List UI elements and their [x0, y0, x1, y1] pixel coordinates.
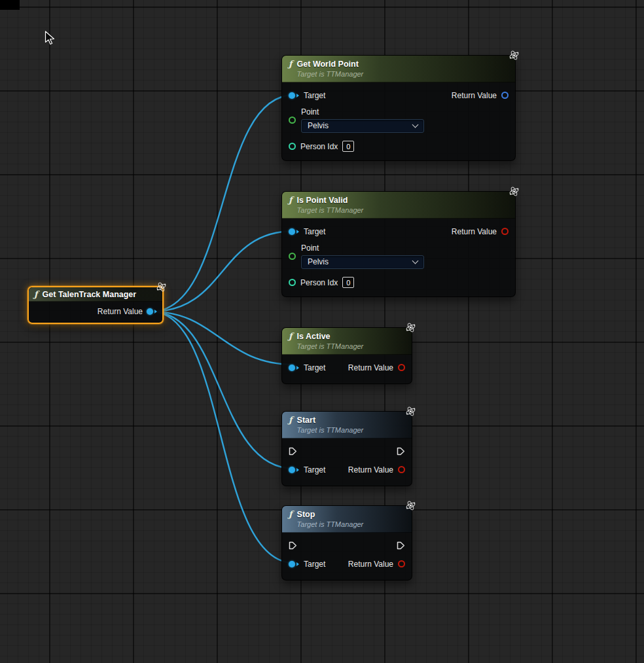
- pin-return-value[interactable]: [398, 560, 405, 567]
- pin-label-target: Target: [304, 363, 325, 372]
- exec-pin-icon: [397, 541, 405, 550]
- atom-icon: [509, 186, 520, 197]
- node-subtitle: Target is TTManager: [297, 520, 364, 529]
- pin-return-value[interactable]: [501, 92, 509, 99]
- pin-person-idx[interactable]: [289, 279, 296, 286]
- object-pin-icon: [289, 92, 295, 99]
- atom-icon: [405, 406, 416, 417]
- object-pin-icon: [289, 561, 295, 567]
- node-body: Target Return Value Point Pelvis Person …: [282, 219, 515, 296]
- pin-label-return-value: Return Value: [348, 363, 393, 372]
- object-pin-icon: [147, 308, 153, 315]
- pin-label-person-idx: Person Idx: [300, 278, 338, 287]
- pin-label-return-value: Return Value: [98, 307, 143, 316]
- node-start[interactable]: ƒ Start Target is TTManager Target Retur…: [281, 411, 412, 486]
- node-body: Target Return Value Point Pelvis Person …: [282, 82, 515, 160]
- chevron-down-icon: [412, 257, 419, 264]
- node-get-world-point[interactable]: ƒ Get World Point Target is TTManager Ta…: [281, 55, 516, 161]
- pin-return-value[interactable]: [398, 466, 405, 473]
- pin-return-value[interactable]: [501, 228, 509, 235]
- node-body: Target Return Value: [282, 355, 412, 384]
- blueprint-editor: { "icons": { "function": "ƒ" }, "colors"…: [0, 0, 644, 663]
- pin-label-target: Target: [304, 465, 325, 475]
- node-title: Get TalenTrack Manager: [43, 290, 137, 299]
- node-header[interactable]: ƒ Get World Point Target is TTManager: [282, 56, 515, 82]
- pin-arrow-icon: [296, 230, 299, 234]
- point-enum-dropdown[interactable]: Pelvis: [301, 119, 424, 133]
- node-header[interactable]: ƒ Start Target is TTManager: [282, 412, 412, 439]
- wire-to-is-point-valid[interactable]: [151, 231, 294, 312]
- wire-to-stop[interactable]: [151, 312, 294, 563]
- pin-arrow-icon: [154, 310, 157, 314]
- node-title: Start: [297, 415, 364, 425]
- atom-icon: [405, 500, 416, 511]
- pin-label-point: Point: [301, 107, 424, 116]
- exec-pin-icon: [397, 447, 405, 456]
- function-icon: ƒ: [34, 289, 38, 299]
- pin-target[interactable]: [289, 467, 299, 473]
- node-get-talentrack-manager[interactable]: ƒ Get TalenTrack Manager Return Value: [27, 286, 164, 324]
- function-icon: ƒ: [289, 195, 293, 205]
- mouse-cursor-icon: [45, 31, 55, 49]
- pin-target[interactable]: [289, 561, 299, 567]
- pin-point[interactable]: [289, 253, 296, 260]
- pin-return-value[interactable]: [398, 364, 405, 371]
- function-icon: ƒ: [289, 59, 293, 69]
- pin-label-target: Target: [304, 560, 325, 569]
- object-pin-icon: [289, 228, 295, 235]
- pin-person-idx[interactable]: [289, 143, 296, 150]
- node-subtitle: Target is TTManager: [297, 342, 364, 351]
- pin-label-return-value: Return Value: [452, 227, 497, 236]
- object-pin-icon: [289, 467, 295, 473]
- atom-icon: [509, 50, 520, 61]
- node-header[interactable]: ƒ Is Point Valid Target is TTManager: [282, 192, 515, 219]
- exec-in-pin[interactable]: [289, 541, 297, 550]
- pin-label-target: Target: [304, 227, 325, 236]
- person-idx-input[interactable]: 0: [342, 277, 354, 288]
- chevron-down-icon: [412, 121, 419, 128]
- pin-target[interactable]: [289, 92, 299, 99]
- pin-arrow-icon: [296, 94, 299, 98]
- person-idx-input[interactable]: 0: [342, 141, 354, 152]
- node-title: Get World Point: [297, 59, 364, 69]
- node-header[interactable]: ƒ Get TalenTrack Manager: [29, 287, 162, 302]
- node-body: Target Return Value: [282, 439, 412, 486]
- wire-to-get-world-point[interactable]: [151, 95, 294, 312]
- pin-return-value[interactable]: [147, 308, 157, 315]
- pin-arrow-icon: [296, 468, 299, 472]
- pin-label-return-value: Return Value: [348, 560, 393, 569]
- pin-target[interactable]: [289, 365, 299, 371]
- node-subtitle: Target is TTManager: [297, 206, 364, 215]
- node-title: Is Active: [297, 331, 364, 342]
- node-is-point-valid[interactable]: ƒ Is Point Valid Target is TTManager Tar…: [281, 191, 516, 297]
- atom-icon: [405, 322, 416, 333]
- function-icon: ƒ: [289, 509, 293, 519]
- node-subtitle: Target is TTManager: [297, 425, 364, 435]
- exec-pin-icon: [289, 541, 297, 550]
- dropdown-selected-value: Pelvis: [308, 257, 329, 266]
- dropdown-selected-value: Pelvis: [308, 121, 329, 130]
- object-pin-icon: [289, 365, 295, 371]
- pin-arrow-icon: [296, 366, 299, 370]
- pin-point[interactable]: [289, 116, 296, 124]
- function-icon: ƒ: [289, 331, 293, 341]
- node-is-active[interactable]: ƒ Is Active Target is TTManager Target R…: [281, 327, 412, 384]
- exec-pin-icon: [289, 447, 297, 456]
- node-subtitle: Target is TTManager: [297, 69, 364, 79]
- node-title: Stop: [297, 509, 364, 520]
- node-title: Is Point Valid: [297, 195, 364, 206]
- pin-label-return-value: Return Value: [452, 91, 497, 100]
- pin-target[interactable]: [289, 228, 299, 235]
- node-stop[interactable]: ƒ Stop Target is TTManager Target Return…: [281, 505, 412, 581]
- node-header[interactable]: ƒ Is Active Target is TTManager: [282, 328, 412, 355]
- point-enum-dropdown[interactable]: Pelvis: [301, 255, 424, 269]
- exec-in-pin[interactable]: [289, 447, 297, 456]
- pin-label-point: Point: [301, 243, 424, 253]
- exec-out-pin[interactable]: [397, 447, 405, 456]
- node-header[interactable]: ƒ Stop Target is TTManager: [282, 506, 412, 533]
- exec-out-pin[interactable]: [397, 541, 405, 550]
- pin-label-target: Target: [304, 91, 325, 100]
- atom-icon: [156, 281, 167, 293]
- pin-label-person-idx: Person Idx: [300, 142, 338, 151]
- pin-arrow-icon: [296, 562, 299, 566]
